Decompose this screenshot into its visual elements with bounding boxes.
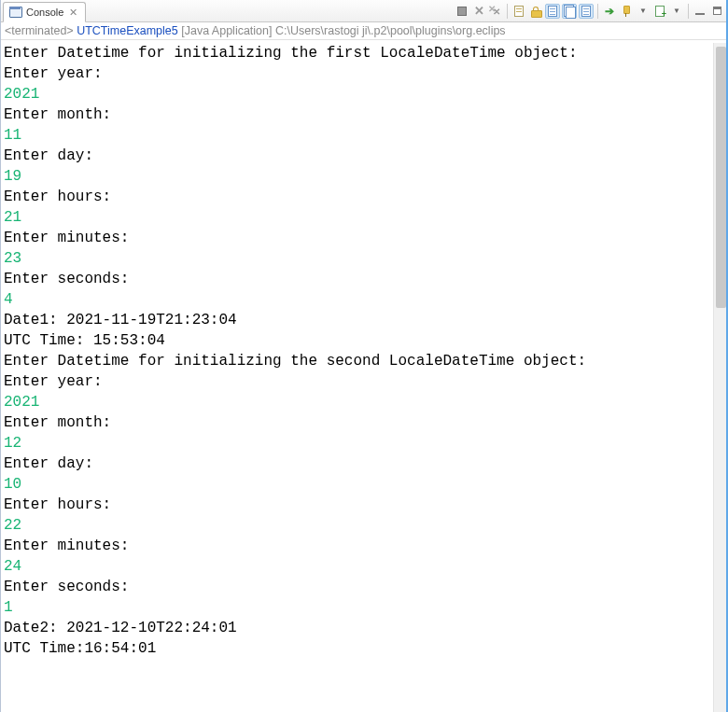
launch-status-line: <terminated> UTCTimeExample5 [Java Appli… bbox=[1, 22, 728, 40]
console-input-line: 24 bbox=[4, 556, 713, 577]
new-document-icon: + bbox=[655, 6, 665, 17]
console-output-line: Enter year: bbox=[4, 371, 713, 392]
console-input-line: 4 bbox=[4, 289, 713, 310]
terminate-button[interactable] bbox=[455, 4, 469, 19]
tab-label: Console bbox=[26, 7, 63, 18]
console-output-line: Enter seconds: bbox=[4, 577, 713, 597]
document-icon bbox=[581, 6, 591, 17]
remove-all-button[interactable] bbox=[488, 4, 503, 19]
lock-icon bbox=[531, 7, 540, 16]
console-input-line: 10 bbox=[4, 474, 713, 495]
separator-icon bbox=[507, 4, 508, 19]
console-icon bbox=[9, 7, 22, 18]
chevron-down-icon: ▼ bbox=[639, 7, 647, 15]
console-output-line: Enter seconds: bbox=[4, 269, 713, 289]
console-output-line: Enter day: bbox=[4, 146, 713, 166]
pin-icon bbox=[621, 6, 632, 17]
x-icon: ✕ bbox=[474, 5, 484, 17]
separator-icon bbox=[597, 4, 598, 19]
console-output-line: UTC Time:16:54:01 bbox=[4, 638, 713, 659]
show-stdout-button[interactable] bbox=[562, 4, 577, 19]
console-output-line: Enter hours: bbox=[4, 495, 713, 515]
show-stderr-button[interactable] bbox=[579, 4, 594, 19]
console-output-line: Enter month: bbox=[4, 412, 713, 433]
maximize-icon bbox=[713, 7, 721, 15]
console-output-line: Date2: 2021-12-10T22:24:01 bbox=[4, 618, 713, 638]
double-x-icon bbox=[489, 6, 502, 17]
console-input-line: 11 bbox=[4, 125, 713, 146]
minimize-button[interactable] bbox=[693, 4, 707, 19]
console-output[interactable]: Enter Datetime for initializing the firs… bbox=[2, 43, 713, 711]
console-input-line: 2021 bbox=[4, 392, 713, 412]
maximize-button[interactable] bbox=[709, 4, 724, 19]
close-icon[interactable]: ✕ bbox=[67, 7, 79, 18]
launch-type: [Java Application] bbox=[178, 24, 273, 37]
chevron-down-icon: ▼ bbox=[673, 7, 680, 15]
tab-console[interactable]: Console ✕ bbox=[3, 2, 86, 22]
launch-name[interactable]: UTCTimeExample5 bbox=[77, 24, 178, 37]
console-output-line: UTC Time: 15:53:04 bbox=[4, 330, 713, 351]
console-input-line: 23 bbox=[4, 248, 713, 269]
console-output-line: Enter hours: bbox=[4, 187, 713, 207]
stop-icon bbox=[457, 7, 467, 16]
console-output-line: Enter day: bbox=[4, 454, 713, 474]
clear-console-button[interactable] bbox=[511, 4, 526, 19]
new-console-button[interactable]: + bbox=[652, 4, 667, 19]
console-input-line: 2021 bbox=[4, 84, 713, 105]
remove-launch-button[interactable]: ✕ bbox=[471, 4, 486, 19]
console-input-line: 1 bbox=[4, 597, 713, 618]
arrow-right-icon: ➔ bbox=[605, 6, 614, 17]
minimize-icon bbox=[695, 7, 705, 16]
console-output-line: Enter minutes: bbox=[4, 536, 713, 556]
console-toolbar: ✕ ➔ ▼ + ▼ bbox=[455, 0, 728, 21]
console-output-line: Date1: 2021-11-19T21:23:04 bbox=[4, 310, 713, 330]
console-output-line: Enter Datetime for initializing the firs… bbox=[4, 43, 713, 63]
console-output-line: Enter minutes: bbox=[4, 228, 713, 248]
console-input-line: 22 bbox=[4, 515, 713, 536]
console-input-line: 19 bbox=[4, 166, 713, 187]
scroll-lock-button[interactable] bbox=[528, 4, 543, 19]
word-wrap-button[interactable] bbox=[545, 4, 560, 19]
console-input-line: 12 bbox=[4, 433, 713, 454]
document-icon bbox=[548, 6, 557, 17]
scrollbar-thumb[interactable] bbox=[716, 47, 726, 308]
page-icon bbox=[514, 6, 524, 17]
console-output-line: Enter month: bbox=[4, 105, 713, 125]
console-output-line: Enter year: bbox=[4, 63, 713, 84]
display-selected-dropdown[interactable]: ▼ bbox=[636, 4, 651, 19]
console-output-line: Enter Datetime for initializing the seco… bbox=[4, 351, 713, 371]
launch-path: C:\Users\rastogi ji\.p2\pool\plugins\org… bbox=[273, 24, 506, 37]
console-input-line: 21 bbox=[4, 207, 713, 228]
pin-console-button[interactable] bbox=[619, 4, 634, 19]
view-tab-bar: Console ✕ ✕ ➔ ▼ + ▼ bbox=[1, 0, 728, 22]
new-console-dropdown[interactable]: ▼ bbox=[669, 4, 684, 19]
separator-icon bbox=[688, 4, 689, 19]
document-stack-icon bbox=[564, 5, 575, 17]
status-prefix: <terminated> bbox=[5, 24, 77, 37]
open-console-button[interactable]: ➔ bbox=[602, 4, 617, 19]
